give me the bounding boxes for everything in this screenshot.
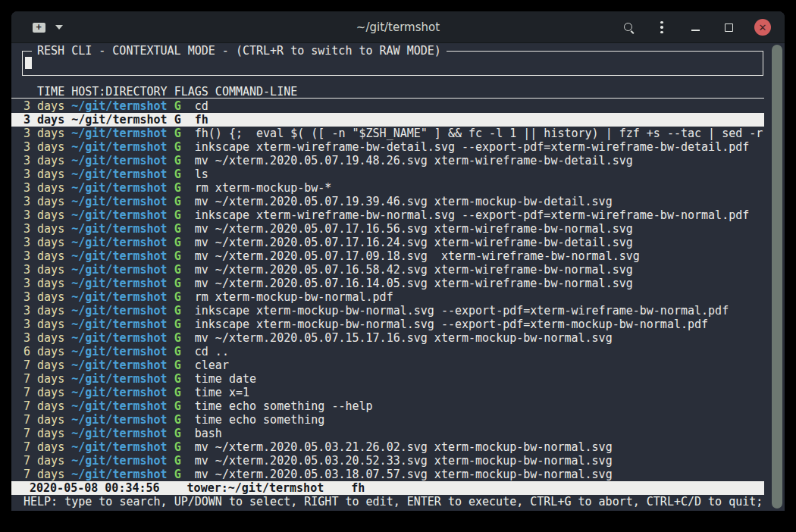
- history-row[interactable]: 3 days ~/git/termshot G rm xterm-mockup-…: [11, 181, 764, 195]
- search-button[interactable]: [621, 20, 636, 35]
- close-icon: ✕: [759, 23, 767, 33]
- row-time: 3 days: [24, 263, 71, 277]
- row-command: cd ..: [181, 345, 229, 358]
- history-row[interactable]: 3 days ~/git/termshot G cd: [11, 99, 764, 113]
- row-directory: ~/git/termshot: [71, 399, 174, 413]
- history-row[interactable]: 7 days ~/git/termshot G time x=1: [11, 386, 764, 399]
- row-directory: ~/git/termshot: [71, 208, 174, 222]
- history-row[interactable]: 3 days ~/git/termshot G mv ~/xterm.2020.…: [11, 154, 764, 167]
- history-row[interactable]: 3 days ~/git/termshot G inkscape xterm-w…: [11, 140, 764, 154]
- history-row[interactable]: 3 days ~/git/termshot G inkscape xterm-m…: [11, 318, 764, 331]
- row-command: fh() {; eval $( ([ -n "$ZSH_NAME" ] && f…: [181, 127, 763, 140]
- row-time: 7 days: [24, 468, 71, 481]
- history-row[interactable]: 3 days ~/git/termshot G inkscape xterm-m…: [11, 304, 764, 318]
- row-flags: G: [174, 113, 181, 127]
- history-row[interactable]: 3 days ~/git/termshot G rm xterm-mockup-…: [11, 290, 764, 304]
- row-directory: ~/git/termshot: [71, 318, 174, 331]
- row-flags: G: [174, 99, 181, 113]
- row-directory: ~/git/termshot: [71, 195, 174, 208]
- history-row[interactable]: 3 days ~/git/termshot G mv ~/xterm.2020.…: [11, 195, 764, 208]
- titlebar[interactable]: + ~/git/termshot ✕: [11, 11, 785, 43]
- row-command: inkscape xterm-mockup-bw-normal.svg --ex…: [181, 318, 708, 331]
- terminal-screen[interactable]: RESH CLI - CONTEXTUAL MODE - (CTRL+R to …: [11, 43, 785, 511]
- row-flags: G: [174, 263, 181, 277]
- row-flags: G: [174, 413, 181, 427]
- row-flags: G: [174, 277, 181, 290]
- row-flags: G: [174, 167, 181, 181]
- history-row[interactable]: 3 days ~/git/termshot G mv ~/xterm.2020.…: [11, 277, 764, 290]
- resh-search-box[interactable]: RESH CLI - CONTEXTUAL MODE - (CTRL+R to …: [22, 51, 763, 76]
- row-time: 3 days: [24, 222, 71, 236]
- row-command: mv ~/xterm.2020.05.07.16.58.42.svg xterm…: [181, 263, 633, 277]
- scrollbar[interactable]: [771, 43, 783, 511]
- row-directory: ~/git/termshot: [71, 331, 174, 345]
- history-row[interactable]: 7 days ~/git/termshot G mv ~/xterm.2020.…: [11, 454, 764, 468]
- history-row[interactable]: 3 days ~/git/termshot G mv ~/xterm.2020.…: [11, 236, 764, 249]
- close-button[interactable]: ✕: [754, 19, 771, 36]
- dropdown-caret-icon[interactable]: [55, 25, 63, 30]
- resh-panel-title: RESH CLI - CONTEXTUAL MODE - (CTRL+R to …: [32, 44, 447, 58]
- history-row[interactable]: 7 days ~/git/termshot G time echo someth…: [11, 413, 764, 427]
- row-command: rm xterm-mockup-bw-normal.pdf: [181, 290, 393, 304]
- text-cursor: [25, 57, 32, 69]
- row-command: clear: [181, 358, 229, 372]
- history-row[interactable]: 3 days ~/git/termshot G fh() {; eval $( …: [11, 127, 764, 140]
- row-flags: G: [174, 222, 181, 236]
- row-time: 3 days: [24, 290, 71, 304]
- history-row[interactable]: 7 days ~/git/termshot G time echo someth…: [11, 399, 764, 413]
- row-command: mv ~/xterm.2020.05.07.19.39.46.svg xterm…: [181, 195, 613, 208]
- row-flags: G: [174, 181, 181, 195]
- row-flags: G: [174, 195, 181, 208]
- row-flags: G: [174, 331, 181, 345]
- row-flags: G: [174, 386, 181, 399]
- history-row[interactable]: 3 days ~/git/termshot G fh: [11, 113, 764, 127]
- row-command: rm xterm-mockup-bw-*: [181, 181, 332, 195]
- restore-button[interactable]: [721, 20, 736, 35]
- new-tab-icon: +: [33, 23, 45, 33]
- row-flags: G: [174, 140, 181, 154]
- row-time: 7 days: [24, 386, 71, 399]
- row-directory: ~/git/termshot: [71, 468, 174, 481]
- row-directory: ~/git/termshot: [71, 127, 174, 140]
- history-row[interactable]: 7 days ~/git/termshot G mv ~/xterm.2020.…: [11, 440, 764, 454]
- history-row[interactable]: 7 days ~/git/termshot G time date: [11, 372, 764, 386]
- status-datetime: 2020-05-08 00:34:56: [30, 481, 160, 495]
- row-command: time echo something: [181, 413, 325, 427]
- row-time: 3 days: [24, 195, 71, 208]
- history-row[interactable]: 7 days ~/git/termshot G mv ~/xterm.2020.…: [11, 468, 764, 481]
- row-directory: ~/git/termshot: [71, 372, 174, 386]
- history-row[interactable]: 3 days ~/git/termshot G inkscape xterm-w…: [11, 208, 764, 222]
- history-row[interactable]: 3 days ~/git/termshot G ls: [11, 167, 764, 181]
- status-location: tower:~/git/termshot: [187, 481, 324, 495]
- minimize-button[interactable]: [688, 20, 703, 35]
- row-command: mv ~/xterm.2020.05.03.20.52.33.svg xterm…: [181, 454, 613, 468]
- history-row[interactable]: 6 days ~/git/termshot G cd ..: [11, 345, 764, 358]
- row-command: mv ~/xterm.2020.05.07.17.09.18.svg xterm…: [181, 249, 640, 263]
- kebab-menu-icon: [660, 21, 663, 34]
- row-directory: ~/git/termshot: [71, 222, 174, 236]
- terminal-window: + ~/git/termshot ✕ RESH CLI - CONT: [11, 11, 785, 511]
- row-command: mv ~/xterm.2020.05.03.21.26.02.svg xterm…: [181, 440, 613, 454]
- status-command: fh: [351, 481, 365, 495]
- row-directory: ~/git/termshot: [71, 140, 174, 154]
- menu-button[interactable]: [654, 20, 669, 35]
- row-time: 3 days: [24, 154, 71, 167]
- history-row[interactable]: 3 days ~/git/termshot G mv ~/xterm.2020.…: [11, 222, 764, 236]
- history-row[interactable]: 3 days ~/git/termshot G mv ~/xterm.2020.…: [11, 249, 764, 263]
- row-command: mv ~/xterm.2020.05.07.15.17.16.svg xterm…: [181, 331, 613, 345]
- row-directory: ~/git/termshot: [71, 167, 174, 181]
- row-flags: G: [174, 318, 181, 331]
- row-command: inkscape xterm-wireframe-bw-normal.svg -…: [181, 208, 750, 222]
- row-directory: ~/git/termshot: [71, 154, 174, 167]
- row-time: 3 days: [24, 236, 71, 249]
- history-row[interactable]: 3 days ~/git/termshot G mv ~/xterm.2020.…: [11, 331, 764, 345]
- scrollbar-thumb[interactable]: [772, 45, 782, 509]
- row-flags: G: [174, 468, 181, 481]
- new-tab-button[interactable]: +: [30, 20, 48, 35]
- history-row[interactable]: 7 days ~/git/termshot G bash: [11, 427, 764, 440]
- history-row[interactable]: 3 days ~/git/termshot G mv ~/xterm.2020.…: [11, 263, 764, 277]
- row-command: time x=1: [181, 386, 249, 399]
- row-time: 7 days: [24, 440, 71, 454]
- history-row[interactable]: 7 days ~/git/termshot G clear: [11, 358, 764, 372]
- row-time: 3 days: [24, 304, 71, 318]
